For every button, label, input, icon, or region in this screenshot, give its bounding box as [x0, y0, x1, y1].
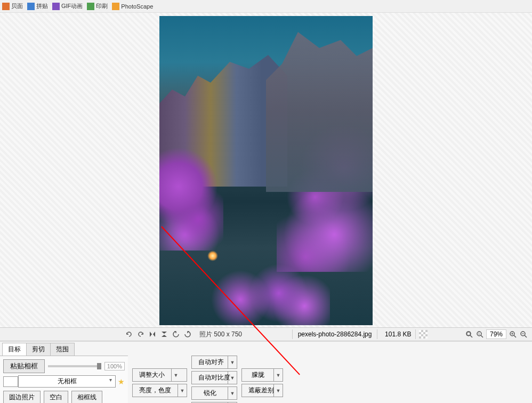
adjust-columns: 调整大小▼ 亮度，色度▼ 自动对齐▼ 自动对比度▼ 锐化▼ 过滤器▼ 朦胧▼ 遮… [128, 342, 287, 403]
redo-icon[interactable] [136, 330, 145, 338]
toolbar-label: 印刷 [96, 2, 108, 10]
tab-target[interactable]: 目标 [2, 343, 27, 356]
photoscape-icon [112, 3, 119, 10]
transparency-icon[interactable] [419, 330, 428, 338]
auto-contrast-button[interactable]: 自动对比度▼ [191, 371, 237, 384]
collage-icon [27, 3, 35, 10]
round-photo-button[interactable]: 圆边照片 [3, 391, 41, 403]
svg-rect-2 [467, 332, 470, 335]
dimensions-label: 照片 500 x 750 [195, 329, 246, 340]
toolbar-photoscape[interactable]: PhotoScape [112, 3, 153, 10]
resize-button[interactable]: 调整大小▼ [132, 368, 187, 382]
chevron-down-icon[interactable]: ▼ [228, 387, 237, 399]
mask-diff-button[interactable]: 遮蔽差别▼ [241, 384, 283, 397]
opacity-slider[interactable] [48, 365, 101, 367]
decor [277, 123, 373, 272]
toolbar-label: PhotoScape [121, 3, 153, 10]
zoom-out-icon[interactable] [519, 330, 528, 338]
btn-label: 朦胧 [242, 369, 274, 381]
chevron-down-icon[interactable]: ▼ [172, 369, 180, 381]
photo-preview [159, 16, 373, 325]
frame-line-button[interactable]: 相框线 [71, 391, 102, 403]
btn-label: 遮蔽差别 [242, 384, 274, 397]
svg-line-7 [514, 335, 516, 337]
undo-icon[interactable] [125, 330, 133, 338]
zoom-actual-icon[interactable]: 1 [475, 330, 484, 338]
zoom-percent[interactable]: 79% [486, 329, 506, 339]
brightness-color-button[interactable]: 亮度，色度▼ [132, 384, 187, 397]
left-body: 粘贴相框 100% 无相框 ★ 圆边照片 空白 相框线 [0, 356, 128, 403]
blank-button[interactable]: 空白 [44, 391, 68, 403]
rotate-left-icon[interactable] [172, 330, 180, 338]
tab-crop[interactable]: 剪切 [26, 343, 51, 356]
favorite-icon[interactable]: ★ [118, 377, 125, 386]
rotate-right-icon[interactable] [183, 330, 192, 338]
paste-frame-button[interactable]: 粘贴相框 [3, 359, 45, 373]
toolbar-gif[interactable]: GIF动画 [52, 2, 83, 10]
btn-label: 自动对齐 [192, 356, 228, 368]
toolbar-page[interactable]: 贝面 [2, 2, 23, 10]
chevron-down-icon[interactable]: ▼ [274, 369, 283, 381]
toolbar-label: GIF动画 [61, 2, 83, 10]
toolbar-label: 拼贴 [36, 2, 48, 10]
image-canvas[interactable] [0, 13, 532, 327]
frame-swatch[interactable] [3, 376, 18, 387]
btn-label: 自动对比度 [192, 372, 228, 384]
decor [207, 251, 218, 261]
toolbar-label: 贝面 [11, 2, 23, 10]
svg-line-11 [525, 335, 527, 337]
gif-icon [52, 3, 60, 10]
auto-align-button[interactable]: 自动对齐▼ [191, 356, 237, 369]
svg-line-1 [470, 335, 472, 337]
flip-h-icon[interactable] [148, 330, 157, 338]
sharpen-button[interactable]: 锐化▼ [191, 386, 237, 400]
page-icon [2, 3, 10, 10]
flip-v-icon[interactable] [160, 330, 168, 338]
tab-range[interactable]: 范围 [50, 343, 75, 356]
slider-thumb[interactable] [97, 363, 101, 369]
toolbar-collage[interactable]: 拼贴 [27, 2, 48, 10]
svg-line-4 [481, 335, 483, 337]
frame-dropdown[interactable]: 无相框 [18, 375, 116, 388]
btn-label: 锐化 [192, 387, 228, 399]
tab-bar: 目标 剪切 范围 [0, 342, 128, 356]
zoom-fit-icon[interactable] [465, 330, 473, 338]
chevron-down-icon[interactable]: ▼ [228, 356, 237, 368]
blur-button[interactable]: 朦胧▼ [241, 368, 283, 382]
zoom-in-icon[interactable] [509, 330, 517, 338]
chevron-down-icon[interactable]: ▼ [228, 372, 237, 384]
filesize-label: 101.8 KB [381, 329, 416, 339]
frame-option-label: 无相框 [58, 377, 77, 385]
filename-label: pexels-photo-2886284.jpg [292, 329, 377, 339]
status-tool-icons [125, 330, 192, 338]
chevron-down-icon[interactable]: ▼ [274, 384, 283, 397]
print-icon [87, 3, 94, 10]
btn-label: 亮度，色度 [133, 384, 178, 397]
btn-label: 调整大小 [133, 369, 172, 381]
left-column: 目标 剪切 范围 粘贴相框 100% 无相框 ★ 圆边照片 空白 相框线 [0, 342, 128, 403]
bottom-panel: 目标 剪切 范围 粘贴相框 100% 无相框 ★ 圆边照片 空白 相框线 调整 [0, 341, 532, 403]
chevron-down-icon[interactable]: ▼ [178, 384, 187, 397]
toolbar-print[interactable]: 印刷 [87, 2, 108, 10]
top-toolbar: 贝面 拼贴 GIF动画 印刷 PhotoScape [0, 0, 532, 13]
opacity-value: 100% [104, 362, 125, 370]
decor [202, 261, 330, 325]
svg-text:1: 1 [478, 332, 480, 335]
